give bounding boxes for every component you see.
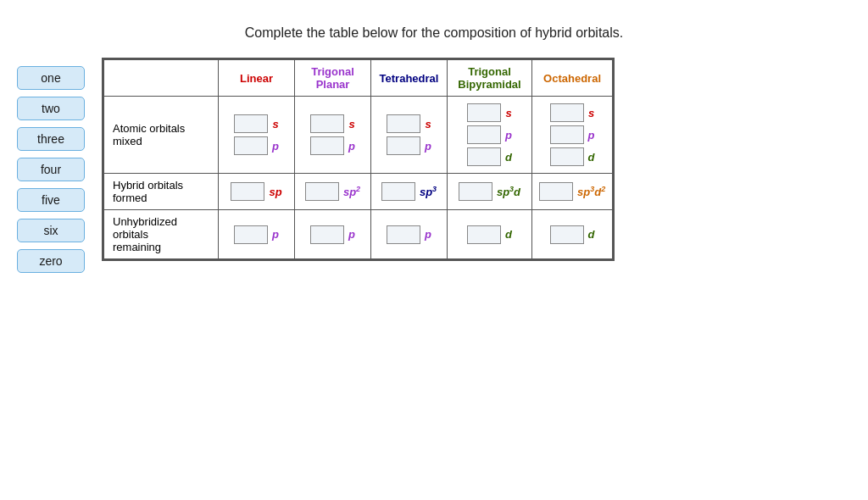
atomic-trigonal-planar: s p [295,97,371,174]
sidebar-item-one[interactable]: one [17,66,85,90]
linear-p-input[interactable] [234,136,268,155]
unhyb-trig-planar-label: p [348,228,355,241]
trigonal-planar-p-label: p [348,140,355,153]
sidebar: one two three four five six zero [17,66,85,273]
hybrid-linear-input[interactable] [231,182,264,201]
tetrahedral-s-input[interactable] [387,114,420,133]
header-tetrahedral: Tetrahedral [371,60,448,97]
sidebar-item-two[interactable]: two [17,97,85,120]
hybrid-octahedral-label: sp3d2 [577,185,605,198]
hybrid-trig-bip-label: sp3d [497,185,520,198]
unhyb-linear-input[interactable] [234,225,268,244]
header-trigonal-planar: TrigonalPlanar [295,60,371,97]
hybrid-linear-label: sp [269,186,281,198]
hybrid-trigonal-planar: sp2 [295,174,371,210]
sidebar-item-zero[interactable]: zero [17,249,85,273]
trig-bip-d-label: d [505,151,512,164]
unhyb-tetrahedral-label: p [425,228,431,241]
trig-bip-d-input[interactable] [467,147,501,166]
unhyb-tetrahedral: p [371,210,448,259]
trigonal-planar-s-label: s [348,118,354,131]
hybrid-octahedral-input[interactable] [539,182,573,201]
unhyb-trig-bip-label: d [505,228,512,241]
atomic-linear: s p [219,97,295,174]
octahedral-d-label: d [588,151,595,164]
hybrid-orbitals-label: Hybrid orbitalsformed [104,174,219,210]
trig-bip-p-input[interactable] [467,125,501,144]
header-octahedral: Octahedral [532,60,613,97]
trigonal-planar-p-input[interactable] [310,136,344,155]
hybrid-linear: sp [219,174,295,210]
atomic-tetrahedral: s p [371,97,448,174]
tetrahedral-p-label: p [425,140,431,153]
hybrid-octahedral: sp3d2 [532,174,613,210]
atomic-orbitals-label: Atomic orbitalsmixed [104,97,219,174]
hybrid-tetrahedral: sp3 [371,174,448,210]
trigonal-planar-s-input[interactable] [310,114,344,133]
trig-bip-s-input[interactable] [467,103,501,122]
unhyb-octahedral-label: d [588,228,595,241]
atomic-octahedral: s p d [532,97,613,174]
hybrid-tetrahedral-input[interactable] [381,182,415,201]
octahedral-s-input[interactable] [550,103,584,122]
sidebar-item-three[interactable]: three [17,127,85,151]
hybrid-orbitals-table: Linear TrigonalPlanar Tetrahedral Trigon… [103,59,613,259]
sidebar-item-six[interactable]: six [17,219,85,242]
trig-bip-p-label: p [505,129,512,142]
tetrahedral-p-input[interactable] [387,136,420,155]
octahedral-p-label: p [588,129,595,142]
unhyb-octahedral-input[interactable] [550,225,584,244]
unhyb-linear: p [219,210,295,259]
table-header-row: Linear TrigonalPlanar Tetrahedral Trigon… [104,60,613,97]
table-row-hybrid: Hybrid orbitalsformed sp sp2 [104,174,613,210]
octahedral-d-input[interactable] [550,147,584,166]
linear-p-label: p [272,140,279,153]
hybrid-tetrahedral-label: sp3 [420,185,437,198]
sidebar-item-four[interactable]: four [17,158,85,181]
octahedral-s-label: s [588,107,594,119]
tetrahedral-s-label: s [425,118,431,131]
linear-s-label: s [272,118,278,131]
unhyb-tetrahedral-input[interactable] [387,225,420,244]
unhyb-trig-bip-input[interactable] [467,225,501,244]
unhyb-trigonal-bip: d [448,210,532,259]
unhyb-octahedral: d [532,210,613,259]
unhyb-trigonal-planar: p [295,210,371,259]
table-row-unhybridized: Unhybridizedorbitalsremaining p p [104,210,613,259]
table-row-atomic: Atomic orbitalsmixed s p [104,97,613,174]
trig-bip-s-label: s [505,107,511,119]
unhybridized-orbitals-label: Unhybridizedorbitalsremaining [104,210,219,259]
atomic-trigonal-bip: s p d [448,97,532,174]
hybrid-trig-planar-label: sp2 [343,185,360,198]
linear-s-input[interactable] [234,114,268,133]
unhyb-trig-planar-input[interactable] [310,225,344,244]
page-title: Complete the table below for the composi… [0,25,868,41]
header-trigonal-bip: TrigonalBipyramidal [448,60,532,97]
sidebar-item-five[interactable]: five [17,188,85,212]
header-linear: Linear [219,60,295,97]
octahedral-p-input[interactable] [550,125,584,144]
hybrid-trig-planar-input[interactable] [305,182,339,201]
table-wrapper: Linear TrigonalPlanar Tetrahedral Trigon… [102,58,615,261]
hybrid-trigonal-bip: sp3d [448,174,532,210]
unhyb-linear-label: p [272,228,279,241]
hybrid-trig-bip-input[interactable] [459,182,492,201]
